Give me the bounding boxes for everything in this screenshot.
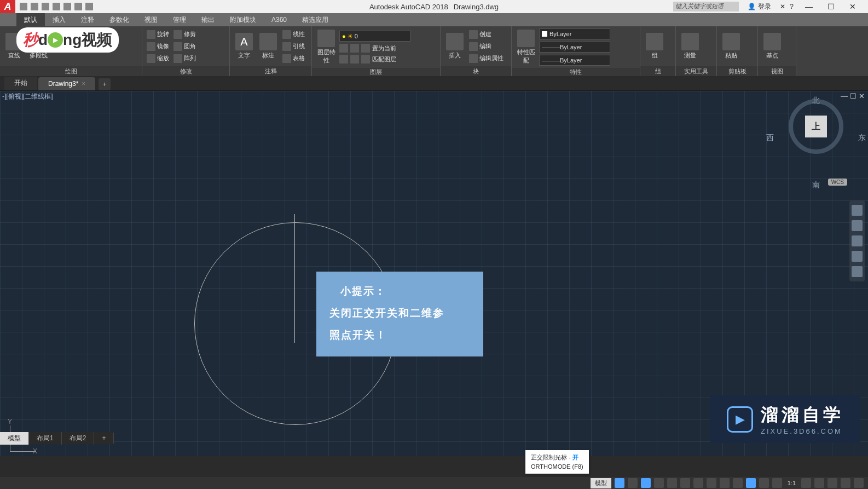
help-search-input[interactable]: 键入关键字或短语	[673, 2, 739, 11]
sb-transparency-icon[interactable]	[733, 478, 743, 488]
orbit-icon[interactable]	[852, 251, 863, 262]
tab-manage[interactable]: 管理	[165, 13, 194, 27]
panel-properties-label[interactable]: 特性	[512, 68, 640, 76]
sb-settings-icon[interactable]	[801, 478, 811, 488]
drawing-canvas[interactable]: -][俯视][二维线框] — ☐ ✕ 小提示： 关闭正交开关和二维参 照点开关！…	[0, 91, 868, 456]
paste-button[interactable]: 粘贴	[720, 32, 742, 61]
app-logo[interactable]: A	[0, 0, 15, 13]
panel-modify-label[interactable]: 修改	[142, 66, 229, 76]
qat-plot-icon[interactable]	[63, 3, 71, 10]
exchange-icon[interactable]: ✕	[780, 3, 785, 10]
panel-utilities-label[interactable]: 实用工具	[676, 66, 716, 76]
sb-isodraft-icon[interactable]	[667, 478, 677, 488]
block-insert-button[interactable]: 插入	[444, 32, 466, 61]
panel-block-label[interactable]: 块	[441, 66, 511, 76]
panel-draw-label[interactable]: 绘图	[0, 66, 142, 76]
wcs-label[interactable]: WCS	[828, 179, 847, 186]
layer-dropdown[interactable]: ● ☀ 0	[339, 31, 410, 42]
trim-button[interactable]: 修剪	[172, 29, 197, 40]
layer-props-button[interactable]: 图层特性	[315, 28, 337, 66]
sb-model-button[interactable]: 模型	[591, 478, 611, 488]
tab-addins[interactable]: 附加模块	[222, 13, 264, 27]
sb-otrack-icon[interactable]	[707, 478, 716, 488]
close-tab-icon[interactable]: ×	[82, 80, 85, 88]
help-icon[interactable]: ?	[790, 3, 794, 10]
block-editattrib-button[interactable]: 编辑属性	[468, 53, 505, 64]
file-tab-current[interactable]: Drawing3* ×	[38, 77, 95, 90]
login-button[interactable]: 👤 登录	[743, 2, 776, 11]
layer-thaw-icon[interactable]	[350, 55, 359, 64]
layout-tab-model[interactable]: 模型	[0, 432, 29, 445]
block-edit-button[interactable]: 编辑	[468, 41, 505, 52]
table-button[interactable]: 表格	[281, 53, 306, 64]
text-button[interactable]: A 文字	[233, 32, 255, 61]
array-button[interactable]: 阵列	[172, 53, 197, 64]
sb-ortho-icon[interactable]	[641, 478, 651, 488]
sb-3dosnap-icon[interactable]	[693, 478, 703, 488]
dimension-button[interactable]: 标注	[257, 32, 279, 61]
viewport-label[interactable]: -][俯视][二维线框]	[2, 92, 53, 101]
sb-snap-icon[interactable]	[628, 478, 638, 488]
panel-layers-label[interactable]: 图层	[312, 68, 440, 76]
sb-grid-icon[interactable]	[615, 478, 624, 488]
color-dropdown[interactable]: ByLayer	[539, 28, 610, 39]
sb-isolate-icon[interactable]	[814, 478, 824, 488]
fillet-button[interactable]: 圆角	[172, 41, 197, 52]
leader-button[interactable]: 引线	[281, 41, 306, 52]
showmotion-icon[interactable]	[852, 266, 863, 277]
viewcube-top[interactable]: 上	[805, 116, 827, 137]
sb-selection-icon[interactable]	[746, 478, 756, 488]
add-layout-button[interactable]: +	[94, 433, 114, 444]
viewcube-west[interactable]: 西	[766, 133, 774, 143]
qat-undo-icon[interactable]	[74, 3, 82, 10]
group-button[interactable]: 组	[644, 32, 666, 61]
mirror-button[interactable]: 镜像	[146, 41, 170, 52]
base-button[interactable]: 基点	[761, 32, 783, 61]
file-tab-start[interactable]: 开始	[4, 76, 37, 90]
sb-customize-icon[interactable]	[854, 478, 864, 488]
sb-dynamic-icon[interactable]	[772, 478, 782, 488]
qat-redo-icon[interactable]	[85, 3, 93, 10]
viewcube-east[interactable]: 东	[858, 133, 866, 143]
close-button[interactable]: ✕	[842, 0, 864, 13]
sb-osnap-icon[interactable]	[680, 478, 690, 488]
tab-insert[interactable]: 插入	[45, 13, 73, 27]
layout-tab-1[interactable]: 布局1	[29, 432, 62, 445]
canvas-close-icon[interactable]: ✕	[859, 92, 865, 100]
sb-scale[interactable]: 1:1	[785, 480, 798, 486]
sb-polar-icon[interactable]	[654, 478, 664, 488]
tab-a360[interactable]: A360	[264, 14, 294, 26]
linear-button[interactable]: 线性	[281, 29, 306, 40]
tab-parametric[interactable]: 参数化	[102, 13, 137, 27]
tab-output[interactable]: 输出	[194, 13, 222, 27]
maximize-button[interactable]: ☐	[820, 0, 842, 13]
new-tab-button[interactable]: +	[99, 78, 111, 90]
layer-match-button[interactable]: 匹配图层	[372, 55, 396, 64]
tab-featured[interactable]: 精选应用	[294, 13, 336, 27]
tab-home[interactable]: 默认	[16, 13, 45, 27]
qat-saveas-icon[interactable]	[53, 3, 60, 10]
steering-wheel-icon[interactable]	[852, 205, 863, 216]
sb-gizmo-icon[interactable]	[759, 478, 769, 488]
scale-button[interactable]: 缩放	[146, 53, 170, 64]
block-create-button[interactable]: 创建	[468, 29, 505, 40]
rotate-button[interactable]: 旋转	[146, 29, 170, 40]
qat-new-icon[interactable]	[20, 3, 27, 10]
layer-iso-icon[interactable]	[339, 44, 348, 53]
panel-annotation-label[interactable]: 注释	[230, 66, 311, 76]
layer-current-button[interactable]: 置为当前	[372, 44, 396, 53]
sb-hardware-icon[interactable]	[828, 478, 837, 488]
viewcube-south[interactable]: 南	[812, 180, 820, 190]
tab-view[interactable]: 视图	[137, 13, 165, 27]
drawing-line[interactable]	[294, 214, 295, 343]
viewcube[interactable]: 北 上 南 东 西	[780, 99, 852, 176]
panel-view-label[interactable]: 视图	[758, 66, 796, 76]
sb-lineweight-icon[interactable]	[720, 478, 730, 488]
lineweight-dropdown[interactable]: ——— ByLayer	[539, 42, 610, 53]
match-props-button[interactable]: 特性匹配	[515, 28, 537, 66]
measure-button[interactable]: 测量	[679, 32, 701, 61]
sb-clean-icon[interactable]	[841, 478, 850, 488]
zoom-extents-icon[interactable]	[852, 235, 863, 246]
layout-tab-2[interactable]: 布局2	[62, 432, 95, 445]
layer-unlock-icon[interactable]	[361, 55, 370, 64]
